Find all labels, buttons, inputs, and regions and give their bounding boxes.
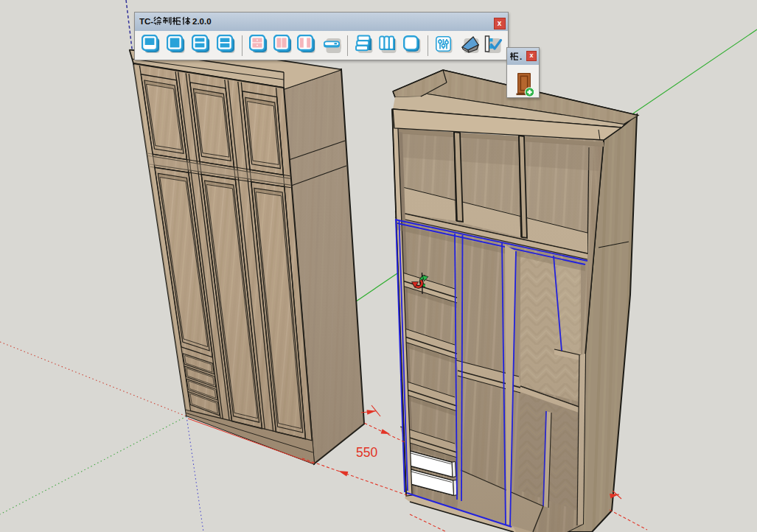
svg-text:2.0.0: 2.0.0: [192, 17, 212, 26]
svg-text:550: 550: [356, 445, 377, 460]
svg-text:TC-: TC-: [139, 17, 153, 26]
svg-text:.: .: [520, 52, 522, 61]
